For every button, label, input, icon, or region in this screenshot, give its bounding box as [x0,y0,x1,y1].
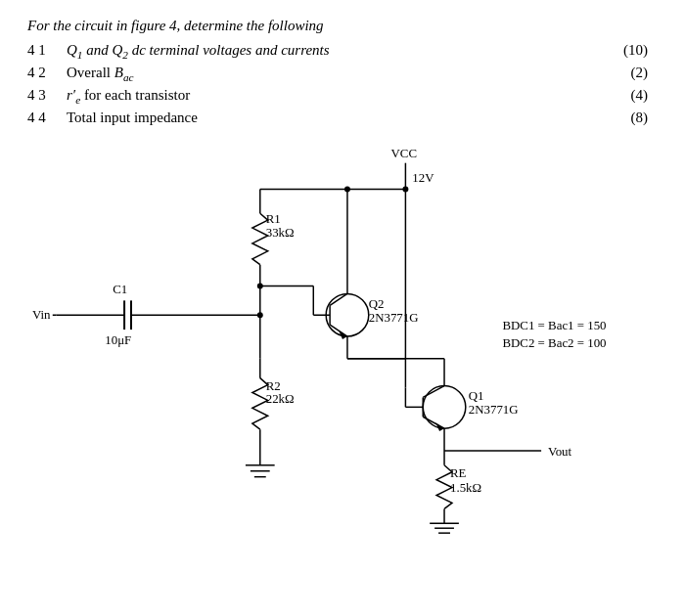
question-row-41: 4 1 Q1 and Q2 dc terminal voltages and c… [27,42,658,61]
question-row-42: 4 2 Overall Bac (2) [27,65,658,83]
q1-model: 2N3771G [469,403,519,417]
re-value: 1.5kΩ [450,481,481,495]
question-left-44: 4 4 Total input impedance [27,110,198,126]
svg-point-44 [344,186,350,192]
q1-label: Q1 [469,389,484,403]
vout-label: Vout [548,445,572,459]
question-header: For the circuit in figure 4, determine t… [27,18,658,34]
q-num-44: 4 4 [27,110,55,126]
re-label: RE [450,466,467,480]
q-text-43: r′e for each transistor [67,87,190,106]
q1-symbol [423,386,466,429]
c1-value: 10μF [105,333,131,347]
svg-point-41 [257,312,263,318]
r1-value: 33kΩ [266,226,295,240]
c1-label: C1 [113,283,127,296]
q2-label: Q2 [369,297,385,311]
q-num-41: 4 1 [27,42,55,59]
page: For the circuit in figure 4, determine t… [0,0,685,554]
bdc1-label: BDC1 = Bac1 = 150 [502,319,606,332]
question-left-42: 4 2 Overall Bac [27,65,134,83]
q-num-43: 4 3 [27,87,55,104]
question-left-43: 4 3 r′e for each transistor [27,87,190,106]
vcc-value: 12V [412,171,434,185]
question-row-43: 4 3 r′e for each transistor (4) [27,87,658,106]
vin-label: Vin [32,308,51,322]
r1-label: R1 [266,212,281,226]
r2-label: R2 [266,379,281,393]
svg-point-45 [402,186,408,192]
intro-text: For the circuit in figure 4, determine t… [27,18,324,33]
circuit-diagram: text { font-family: 'Times New Roman', T… [27,134,658,545]
q2-symbol [326,293,369,336]
q-marks-42: (2) [631,65,649,81]
q2-model: 2N3771G [369,311,419,325]
q-num-42: 4 2 [27,65,55,81]
q-marks-41: (10) [623,42,648,59]
question-row-44: 4 4 Total input impedance (8) [27,110,658,126]
q-marks-44: (8) [631,110,649,126]
q-text-44: Total input impedance [67,110,198,126]
r2-value: 22kΩ [266,392,295,406]
q-text-42: Overall Bac [67,65,134,83]
question-left-41: 4 1 Q1 and Q2 dc terminal voltages and c… [27,42,330,61]
q-text-41: Q1 and Q2 dc terminal voltages and curre… [67,42,330,61]
svg-line-18 [423,386,444,398]
svg-point-42 [257,284,263,289]
bdc2-label: BDC2 = Bac2 = 100 [502,336,606,350]
q-marks-43: (4) [631,87,649,104]
vcc-label: VCC [391,147,417,160]
circuit-area: text { font-family: 'Times New Roman', T… [27,134,658,545]
